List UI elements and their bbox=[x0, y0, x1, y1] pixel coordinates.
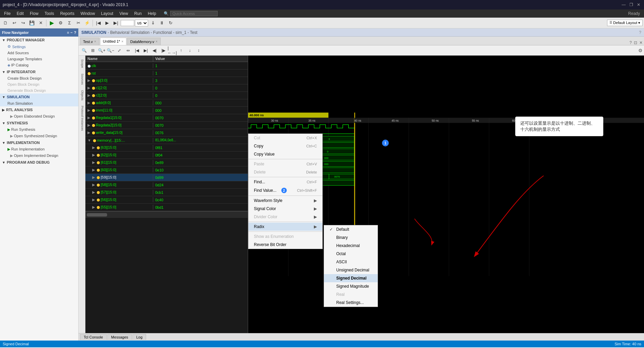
zoom-out-btn[interactable]: 🔍− bbox=[106, 47, 115, 54]
menu-view[interactable]: View bbox=[117, 11, 131, 17]
sig-row-mem57[interactable]: ▶ 🟡[57][15:0] 0cb1 bbox=[85, 189, 248, 196]
cut-button[interactable]: ✂ bbox=[74, 19, 82, 27]
radix-hexadecimal[interactable]: Hexadecimal bbox=[324, 242, 378, 250]
down-btn[interactable]: ↓ bbox=[186, 47, 194, 54]
snap-btn[interactable]: ⇔ bbox=[124, 47, 132, 54]
section-ip-integrator-title[interactable]: ▼ IP INTEGRATOR bbox=[0, 68, 78, 75]
sig-row-mem59[interactable]: ▶ 🟡[59][15:0] 0d99 bbox=[85, 174, 248, 181]
sig-row-write-data[interactable]: ▶ 🟡write_data[15:0] 0076 bbox=[85, 129, 248, 137]
ctx-find-value[interactable]: Find Value... 2 Ctrl+Shift+F bbox=[248, 186, 322, 195]
sig-row-addr[interactable]: ▶ 🟡addr[8:0] 000 bbox=[85, 99, 248, 107]
nav-btn[interactable]: ↕ bbox=[195, 47, 203, 54]
tab-restore-icon[interactable]: ⊡ bbox=[634, 40, 637, 45]
nav-open-block-design[interactable]: Open Block Design bbox=[0, 81, 78, 87]
nav-settings-item[interactable]: ⚙ Settings bbox=[0, 43, 78, 50]
sources-tab[interactable]: Sources bbox=[79, 71, 85, 87]
sig-row-memory[interactable]: ▼ 🟡memory[...][15:... 81,0f04,0e8... bbox=[85, 137, 248, 144]
undo-button[interactable]: ↩ bbox=[10, 19, 18, 27]
section-simulation-title[interactable]: ▼ SIMULATION bbox=[0, 94, 78, 100]
tab-datamemory[interactable]: DataMemory.v × bbox=[127, 38, 161, 45]
prev-edge-btn[interactable]: ◀| bbox=[150, 47, 159, 54]
nav-generate-block-design[interactable]: Generate Block Design bbox=[0, 87, 78, 94]
radix-unsigned-decimal[interactable]: Unsigned Decimal bbox=[324, 266, 378, 274]
sig-row-imm[interactable]: ▶ 🟡imm[11:0] 000 bbox=[85, 107, 248, 114]
signal-scrollbar[interactable] bbox=[87, 213, 107, 217]
section-project-manager-title[interactable]: ▼ PROJECT MANAGER bbox=[0, 37, 78, 43]
step-button[interactable]: ▶| bbox=[112, 19, 120, 27]
ctx-reverse-bit-order[interactable]: Reverse Bit Order bbox=[248, 241, 322, 249]
tab-test-v[interactable]: Test.v × bbox=[80, 38, 99, 45]
ctx-copy-value[interactable]: Copy Value bbox=[248, 150, 322, 158]
sig-row-mem60[interactable]: ▶ 🟡[60][15:0] 0e10 bbox=[85, 166, 248, 174]
ctx-copy[interactable]: Copy Ctrl+C bbox=[248, 142, 322, 150]
up-btn[interactable]: ↑ bbox=[177, 47, 185, 54]
add-marker-btn[interactable]: ⊞ bbox=[89, 47, 97, 54]
sig-row-op[interactable]: ▶ 🟡op[3:0] 3 bbox=[85, 77, 248, 84]
pause-button[interactable]: ⏸ bbox=[158, 19, 166, 27]
go-start-btn[interactable]: |◀ bbox=[133, 47, 141, 54]
sim-help-icon[interactable]: ? bbox=[639, 30, 641, 35]
objects-tab[interactable]: Objects bbox=[79, 88, 85, 103]
nav-language-templates[interactable]: Language Templates bbox=[0, 56, 78, 62]
sig-row-mem56[interactable]: ▶ 🟡[56][15:0] 0c40 bbox=[85, 196, 248, 204]
menu-help[interactable]: Help bbox=[145, 11, 159, 17]
menu-window[interactable]: Window bbox=[78, 11, 98, 17]
search-wave-btn[interactable]: 🔍 bbox=[80, 47, 88, 54]
tab-messages[interactable]: Messages bbox=[107, 334, 132, 340]
nav-run-synthesis[interactable]: ▶ Run Synthesis bbox=[0, 126, 78, 133]
save-button[interactable]: 💾 bbox=[28, 19, 36, 27]
wave-settings-btn[interactable]: ⚙ bbox=[638, 48, 643, 53]
tab-log[interactable]: Log bbox=[133, 334, 146, 340]
section-program-debug-title[interactable]: ▼ PROGRAM AND DEBUG bbox=[0, 159, 78, 166]
flow-nav-icon3[interactable]: ? bbox=[74, 30, 76, 35]
menu-tools[interactable]: Tools bbox=[42, 11, 57, 17]
ctx-signal-color[interactable]: Signal Color ▶ bbox=[248, 205, 322, 213]
ctx-waveform-style[interactable]: Waveform Style ▶ bbox=[248, 197, 322, 205]
nav-open-synthesized-design[interactable]: ▶ Open Synthesized Design bbox=[0, 133, 78, 139]
tab-test-v-close[interactable]: × bbox=[94, 40, 96, 43]
new-button[interactable]: 🗋 bbox=[1, 19, 9, 27]
nav-ip-catalog[interactable]: ◈ IP Catalog bbox=[0, 62, 78, 68]
radix-signed-magnitude[interactable]: Signed Magnitude bbox=[324, 282, 378, 290]
sig-row-mem63[interactable]: ▶ 🟡[63][15:0] 0f81 bbox=[85, 144, 248, 151]
sig-row-mem58[interactable]: ▶ 🟡[58][15:0] 0d24 bbox=[85, 181, 248, 189]
close-button[interactable]: ✕ bbox=[636, 2, 641, 7]
radix-binary[interactable]: Binary bbox=[324, 233, 378, 242]
tab-datamemory-close[interactable]: × bbox=[156, 40, 158, 43]
radix-octal[interactable]: Octal bbox=[324, 250, 378, 258]
sig-row-mem62[interactable]: ▶ 🟡[62][15:0] 0f04 bbox=[85, 151, 248, 159]
nav-open-implemented-design[interactable]: ▶ Open Implemented Design bbox=[0, 152, 78, 159]
sig-row-r1[interactable]: ▶ 🟡r1[2:0] 0 bbox=[85, 84, 248, 92]
nav-run-implementation[interactable]: ▶ Run Implementation bbox=[0, 146, 78, 152]
prog-button[interactable]: ⚡ bbox=[83, 19, 91, 27]
sig-row-rst[interactable]: 🟡rst 1 bbox=[85, 69, 248, 77]
sig-row-regdata2[interactable]: ▶ 🟡Regdata2[15:0] 0070 bbox=[85, 122, 248, 129]
menu-run[interactable]: Run bbox=[132, 11, 144, 17]
tab-help-icon[interactable]: ? bbox=[629, 40, 632, 45]
zoom-in-btn[interactable]: 🔍+ bbox=[98, 47, 106, 54]
maximize-button[interactable]: ❐ bbox=[628, 2, 634, 7]
radix-default[interactable]: ✓ Default bbox=[324, 225, 378, 233]
minimize-button[interactable]: — bbox=[621, 2, 626, 7]
nav-create-block-design[interactable]: Create Block Design bbox=[0, 75, 78, 81]
menu-file[interactable]: File bbox=[1, 11, 13, 17]
menu-flow[interactable]: Flow bbox=[27, 11, 41, 17]
flow-nav-icon2[interactable]: − bbox=[71, 30, 73, 35]
ctx-radix[interactable]: Radix ▶ bbox=[248, 223, 322, 231]
nav-run-simulation[interactable]: Run Simulation bbox=[0, 100, 78, 106]
sig-row-clk[interactable]: 🕐clk 1 bbox=[85, 62, 248, 69]
sig-row-regdata1[interactable]: ▶ 🟡Regdata1[15:0] 0070 bbox=[85, 114, 248, 122]
scope-tab[interactable]: Scope bbox=[79, 57, 85, 70]
start-button[interactable]: |◀ bbox=[94, 19, 102, 27]
tab-untitled1[interactable]: Untitled 1* × bbox=[100, 38, 127, 45]
play-pause-button[interactable]: ▶ bbox=[103, 19, 111, 27]
sig-row-r2[interactable]: ▶ 🟡r2[2:0] 0 bbox=[85, 92, 248, 99]
menu-edit[interactable]: Edit bbox=[14, 11, 26, 17]
go-end-btn[interactable]: ▶| bbox=[142, 47, 150, 54]
nav-add-sources[interactable]: Add Sources bbox=[0, 50, 78, 56]
layout-dropdown[interactable]: ⠿ Default Layout ▾ bbox=[607, 20, 643, 26]
sig-row-mem55[interactable]: ▶ 🟡[55][15:0] 0bd1 bbox=[85, 204, 248, 211]
sum-button[interactable]: Σ bbox=[65, 19, 74, 27]
flow-nav-icon1[interactable]: ≡ bbox=[67, 30, 69, 35]
section-implementation-title[interactable]: ▼ IMPLEMENTATION bbox=[0, 139, 78, 146]
